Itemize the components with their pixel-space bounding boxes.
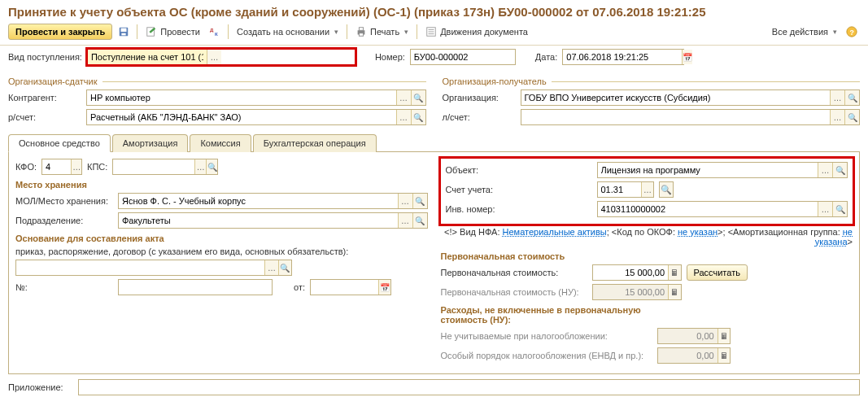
date-label: Дата: xyxy=(535,52,557,62)
kfo-input[interactable] xyxy=(42,159,71,174)
movements-label: Движения документа xyxy=(440,27,528,37)
search-icon[interactable]: 🔍 xyxy=(832,202,847,216)
ellipsis-icon[interactable]: … xyxy=(818,202,832,216)
object-input[interactable] xyxy=(598,163,818,177)
cost-nu-label: Первоначальная стоимость (НУ): xyxy=(441,287,587,297)
tab-depreciation[interactable]: Амортизация xyxy=(112,134,189,152)
calculator-icon[interactable]: 🖩 xyxy=(668,265,680,280)
search-icon[interactable]: 🔍 xyxy=(659,181,674,198)
tabs: Основное средство Амортизация Комиссия Б… xyxy=(8,133,860,152)
search-icon[interactable]: 🔍 xyxy=(411,110,425,124)
all-actions-label: Все действия xyxy=(772,27,828,37)
search-icon[interactable]: 🔍 xyxy=(411,90,425,105)
sender-legend: Организация-сдатчик xyxy=(8,76,426,86)
calendar-icon[interactable]: 📅 xyxy=(378,280,390,295)
basis-input[interactable] xyxy=(16,260,264,275)
ellipsis-icon[interactable]: … xyxy=(396,90,411,105)
ellipsis-icon[interactable]: … xyxy=(641,182,652,197)
ellipsis-icon[interactable]: … xyxy=(194,159,206,174)
page-title: Принятие к учету объекта ОС (кроме здани… xyxy=(0,0,868,20)
excl2-input xyxy=(658,348,718,363)
receipt-type-input[interactable] xyxy=(88,50,207,64)
ellipsis-icon[interactable]: … xyxy=(396,110,411,124)
excl1-label: Не учитываемые при налогообложении: xyxy=(441,331,652,341)
calculator-icon: 🖩 xyxy=(718,348,730,363)
storage-title: Место хранения xyxy=(15,180,428,190)
ellipsis-icon[interactable]: … xyxy=(818,163,832,177)
cost-input[interactable] xyxy=(593,265,669,280)
search-icon[interactable]: 🔍 xyxy=(412,213,427,228)
movements-button[interactable]: Движения документа xyxy=(422,24,531,40)
recipient-legend: Организация-получатель xyxy=(443,76,861,86)
search-icon[interactable]: 🔍 xyxy=(844,110,859,124)
laccount-input[interactable] xyxy=(521,110,831,124)
ellipsis-icon[interactable]: … xyxy=(398,213,412,228)
save-icon[interactable] xyxy=(116,24,132,40)
kps-input[interactable] xyxy=(113,159,194,174)
nfa-info: <!> Вид НФА: Нематериальные активы; <Код… xyxy=(441,227,853,247)
inv-label: Инв. номер: xyxy=(446,204,592,214)
search-icon[interactable]: 🔍 xyxy=(206,159,217,174)
ellipsis-icon[interactable]: … xyxy=(264,260,277,275)
from-input[interactable] xyxy=(311,280,378,295)
attachment-label: Приложение: xyxy=(8,382,73,392)
basis-title: Основание для составления акта xyxy=(15,234,428,243)
post-button[interactable]: Провести xyxy=(142,24,203,40)
all-actions-button[interactable]: Все действия xyxy=(769,24,840,39)
submit-close-button[interactable]: Провести и закрыть xyxy=(8,24,112,40)
account-label: Счет учета: xyxy=(446,185,592,194)
no-input[interactable] xyxy=(119,280,272,295)
ellipsis-icon[interactable]: … xyxy=(830,110,844,124)
toolbar: Провести и закрыть Провести ДК Создать н… xyxy=(0,20,868,46)
search-icon[interactable]: 🔍 xyxy=(844,90,859,105)
ellipsis-icon[interactable]: … xyxy=(830,90,844,105)
raccount-label: р/счет: xyxy=(8,112,81,122)
svg-rect-2 xyxy=(122,33,126,36)
account-input[interactable] xyxy=(598,182,642,197)
excl1-input xyxy=(658,329,718,343)
ellipsis-icon[interactable]: … xyxy=(398,194,412,208)
svg-rect-1 xyxy=(121,28,127,32)
raccount-input[interactable] xyxy=(87,110,396,124)
cost-title: Первоначальная стоимость xyxy=(441,251,853,261)
mol-input[interactable] xyxy=(119,194,398,208)
help-icon[interactable]: ? xyxy=(844,24,860,40)
svg-text:К: К xyxy=(215,31,218,37)
calc-button[interactable]: Рассчитать xyxy=(687,264,748,281)
tab-commission[interactable]: Комиссия xyxy=(190,134,251,152)
calendar-icon[interactable]: 📅 xyxy=(682,50,692,64)
from-label: от: xyxy=(294,282,305,292)
link-nma[interactable]: Нематериальные активы xyxy=(503,227,607,237)
create-based-label: Создать на основании xyxy=(237,27,329,37)
cost-nu-input xyxy=(593,285,669,299)
search-icon[interactable]: 🔍 xyxy=(278,260,291,275)
create-based-button[interactable]: Создать на основании xyxy=(233,24,342,39)
print-button[interactable]: Печать xyxy=(352,24,412,40)
counterparty-input[interactable] xyxy=(87,90,396,105)
org-input[interactable] xyxy=(521,90,831,105)
date-input[interactable] xyxy=(563,50,682,64)
search-icon[interactable]: 🔍 xyxy=(832,163,847,177)
number-input[interactable] xyxy=(411,50,530,64)
ellipsis-icon[interactable]: … xyxy=(207,50,221,64)
tab-accounting-op[interactable]: Бухгалтерская операция xyxy=(253,134,377,152)
link-okof[interactable]: не указан xyxy=(678,227,718,237)
svg-rect-8 xyxy=(359,33,363,37)
number-label: Номер: xyxy=(375,52,405,62)
ellipsis-icon[interactable]: … xyxy=(71,159,81,174)
debit-credit-icon[interactable]: ДК xyxy=(207,24,223,40)
dept-label: Подразделение: xyxy=(15,216,113,225)
object-label: Объект: xyxy=(446,165,592,175)
dept-input[interactable] xyxy=(119,213,398,228)
tab-main-asset[interactable]: Основное средство xyxy=(8,134,111,152)
inv-input[interactable] xyxy=(598,202,818,216)
search-icon[interactable]: 🔍 xyxy=(412,194,427,208)
post-label: Провести xyxy=(160,27,200,37)
cost-label: Первоначальная стоимость: xyxy=(441,268,587,277)
svg-text:Д: Д xyxy=(210,27,214,33)
calculator-icon: 🖩 xyxy=(668,285,680,299)
receipt-type-label: Вид поступления: xyxy=(8,52,82,62)
attachment-input[interactable] xyxy=(79,380,859,395)
svg-rect-7 xyxy=(359,28,363,31)
mol-label: МОЛ/Место хранения: xyxy=(15,196,113,206)
